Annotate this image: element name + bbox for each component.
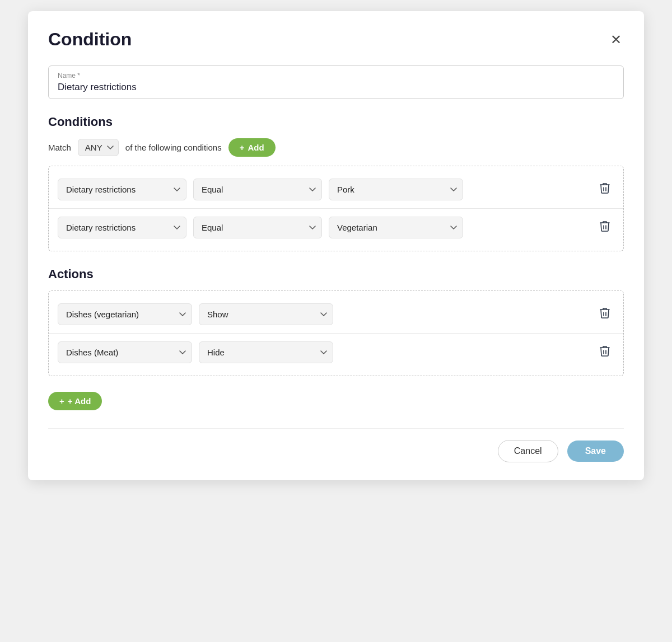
- add-condition-button[interactable]: + Add: [228, 138, 276, 157]
- plus-icon: +: [240, 143, 245, 152]
- save-button[interactable]: Save: [567, 441, 624, 462]
- condition-operator-select-2[interactable]: Equal Not equal: [193, 217, 322, 238]
- actions-box: Dishes (vegetarian) Dishes (Meat) Show H…: [48, 290, 624, 376]
- action-row-1: Dishes (vegetarian) Dishes (Meat) Show H…: [49, 296, 623, 334]
- condition-modal: Condition ✕ Name * Conditions Match ANY …: [28, 11, 644, 480]
- modal-header: Condition ✕: [48, 29, 624, 50]
- condition-row: Dietary restrictions Equal Not equal Por…: [49, 171, 623, 209]
- match-row: Match ANY ALL of the following condition…: [48, 138, 624, 157]
- name-field-wrapper: Name *: [48, 65, 624, 99]
- footer-row: Cancel Save: [48, 428, 624, 462]
- match-select[interactable]: ANY ALL: [78, 139, 119, 156]
- condition-field-select-1[interactable]: Dietary restrictions: [58, 179, 186, 200]
- condition-value-select-1[interactable]: Pork Vegetarian Vegan: [329, 179, 463, 200]
- trash-icon: [600, 182, 610, 194]
- cancel-button[interactable]: Cancel: [498, 440, 558, 462]
- delete-action-button-1[interactable]: [595, 305, 614, 324]
- trash-icon: [600, 307, 610, 318]
- condition-row: Dietary restrictions Equal Not equal Veg…: [49, 209, 623, 246]
- conditions-box: Dietary restrictions Equal Not equal Por…: [48, 166, 624, 251]
- delete-condition-button-2[interactable]: [595, 218, 614, 237]
- match-label: Match: [48, 143, 71, 152]
- condition-value-select-2[interactable]: Vegetarian Pork Vegan: [329, 217, 463, 238]
- add-action-label: + Add: [68, 396, 91, 406]
- modal-title: Condition: [48, 29, 132, 50]
- action-operator-select-1[interactable]: Show Hide: [199, 303, 333, 325]
- actions-section: Actions Dishes (vegetarian) Dishes (Meat…: [48, 267, 624, 410]
- action-field-select-1[interactable]: Dishes (vegetarian) Dishes (Meat): [58, 303, 192, 325]
- condition-operator-select-1[interactable]: Equal Not equal: [193, 179, 322, 200]
- actions-title: Actions: [48, 267, 624, 282]
- add-action-button[interactable]: + + Add: [48, 392, 102, 410]
- add-condition-label: Add: [248, 143, 264, 152]
- name-label: Name *: [58, 72, 614, 79]
- delete-action-button-2[interactable]: [595, 343, 614, 362]
- plus-icon-action: +: [59, 396, 64, 406]
- trash-icon: [600, 345, 610, 357]
- action-row-2: Dishes (Meat) Dishes (vegetarian) Hide S…: [49, 334, 623, 371]
- action-operator-select-2[interactable]: Hide Show: [199, 341, 333, 363]
- condition-field-select-2[interactable]: Dietary restrictions: [58, 217, 186, 238]
- delete-condition-button-1[interactable]: [595, 180, 614, 199]
- conditions-title: Conditions: [48, 115, 624, 129]
- name-input[interactable]: [58, 82, 614, 93]
- action-field-select-2[interactable]: Dishes (Meat) Dishes (vegetarian): [58, 341, 192, 363]
- close-button[interactable]: ✕: [608, 31, 624, 49]
- following-text: of the following conditions: [125, 143, 222, 152]
- conditions-section: Conditions Match ANY ALL of the followin…: [48, 115, 624, 251]
- trash-icon: [600, 221, 610, 232]
